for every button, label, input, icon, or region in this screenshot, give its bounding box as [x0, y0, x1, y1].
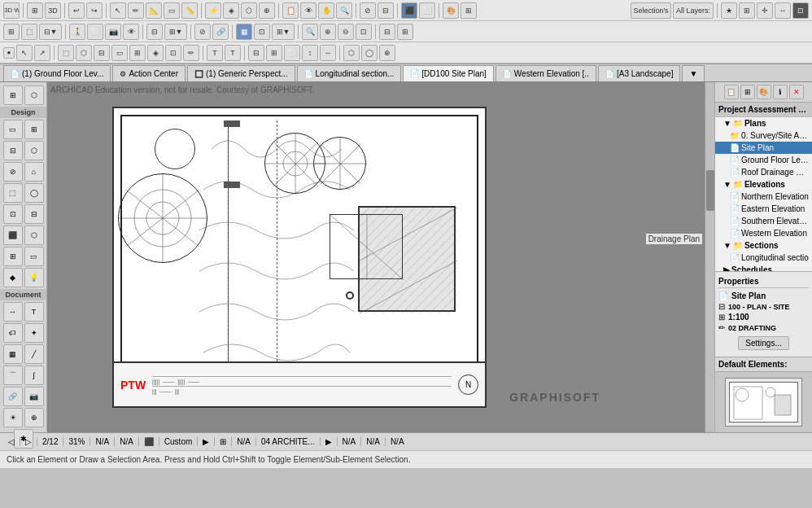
status-nav-right[interactable]: ▷	[20, 437, 37, 446]
tool-window[interactable]: ⬡	[24, 141, 44, 160]
minimap-thumbnail[interactable]	[725, 378, 802, 427]
tb-redo-btn[interactable]: ↪	[86, 2, 103, 19]
tool-lamp[interactable]: 💡	[24, 268, 44, 287]
vertical-scrollbar[interactable]	[705, 82, 714, 432]
tb-more-btn[interactable]: ⊞	[461, 2, 477, 19]
tree-section-elevations[interactable]: ▼ 📁 Elevations	[715, 178, 812, 190]
tb-r3-i[interactable]: ⊟	[248, 45, 264, 61]
tb-r2-walk[interactable]: 🚶	[69, 24, 85, 40]
tb-r2-levels[interactable]: ⊞▼	[164, 24, 187, 40]
tool-arc[interactable]: ⌒	[3, 366, 23, 385]
tb-r3-l[interactable]: ↕	[302, 45, 318, 61]
tool-sun[interactable]: ☀	[3, 408, 23, 427]
status-s6[interactable]: ⊞	[215, 437, 232, 446]
tab-floor-level[interactable]: 📄 (1) Ground Floor Lev...	[3, 65, 111, 81]
tb-layer-btn[interactable]: 📋	[282, 2, 299, 19]
tb-r3-d[interactable]: ⊟	[94, 45, 110, 61]
tb-r3-m[interactable]: ↔	[320, 45, 336, 61]
tb-render-btn[interactable]: ⬛	[401, 2, 417, 19]
tb-r3-text2[interactable]: T	[225, 45, 241, 61]
tool-line[interactable]: ╱	[24, 344, 44, 364]
tb-zoom-btn[interactable]: 🔍	[336, 2, 352, 19]
tool-wall[interactable]: ▭	[3, 120, 23, 139]
canvas-area[interactable]: ARCHICAD Education version, not for resa…	[47, 82, 714, 432]
tab-longitudinal[interactable]: 📄 Longitudinal section...	[297, 65, 402, 81]
tb-group-btn[interactable]: ⬡	[241, 2, 257, 19]
tool-shell[interactable]: ◯	[24, 183, 44, 203]
tb-r3-o[interactable]: ◯	[361, 45, 378, 61]
sidebar-panel-toggle[interactable]: ⬡	[24, 85, 44, 105]
rp-info-btn[interactable]: ℹ	[773, 85, 788, 99]
tb-magic-btn[interactable]: ⚡	[205, 2, 221, 19]
tb-r3-n[interactable]: ⬡	[343, 45, 360, 61]
rp-palette-btn[interactable]: 🎨	[757, 85, 771, 99]
tb-r2-trace[interactable]: ▦	[236, 24, 252, 40]
tb-r2-cam[interactable]: 📷	[105, 24, 121, 40]
tree-section-sections[interactable]: ▼ 📁 Sections	[715, 239, 812, 252]
tb-grid-btn[interactable]: ⊞	[27, 2, 43, 19]
tb-r3-h[interactable]: ⊡	[165, 45, 181, 61]
tb-pencil-btn[interactable]: ✏	[128, 2, 144, 19]
tb-3d-btn[interactable]: 3D	[45, 2, 61, 19]
tb-arrow-btn[interactable]: ↔	[775, 2, 791, 19]
tool-zone[interactable]: ▭	[24, 247, 44, 266]
tree-item-west-elev[interactable]: 📄 Western Elevation	[715, 227, 812, 239]
tb-element-btn[interactable]: ◈	[223, 2, 239, 19]
tb-snap2-btn[interactable]: ✛	[757, 2, 773, 19]
tool-cam[interactable]: 📷	[24, 387, 44, 406]
tb-layers-btn[interactable]: All Layers:	[673, 2, 714, 19]
tb-view-btn[interactable]: 👁	[300, 2, 317, 19]
tab-more[interactable]: ▼	[682, 65, 705, 81]
tab-western-elev[interactable]: 📄 Western Elevation [..	[495, 65, 596, 81]
tb-r2-eye[interactable]: 👁	[123, 24, 139, 40]
tb-r3-f[interactable]: ⊞	[129, 45, 146, 61]
tb-r3-j[interactable]: ⊞	[266, 45, 282, 61]
tool-hotlink[interactable]: 🔗	[3, 387, 23, 406]
tb-r3-cursor2[interactable]: ↗	[34, 45, 50, 61]
tool-object[interactable]: ◆	[3, 268, 23, 287]
tb-3dview-btn[interactable]: ⬜	[419, 2, 435, 19]
tb-star-btn[interactable]: ★	[721, 2, 737, 19]
tool-label[interactable]: 🏷	[3, 323, 23, 343]
tb-undo-btn[interactable]: ↩	[68, 2, 85, 19]
tb-snap-btn[interactable]: ⊕	[259, 2, 275, 19]
tree-item-ground-floor[interactable]: 📄 Ground Floor Level	[715, 154, 812, 166]
tree-item-site-plan[interactable]: 📄 Site Plan	[715, 142, 812, 154]
tb-grid2-btn[interactable]: ⊞	[739, 2, 755, 19]
tb-cursor-btn[interactable]: ↖	[110, 2, 126, 19]
rp-navigator-btn[interactable]: 📋	[724, 85, 739, 99]
tab-action-center[interactable]: ⚙ Action Center	[112, 65, 186, 81]
tb-select-btn[interactable]: ▭	[164, 2, 180, 19]
tb-section-btn[interactable]: ⊘	[360, 2, 376, 19]
tree-item-east-elev[interactable]: 📄 Eastern Elevation	[715, 203, 812, 215]
tool-door[interactable]: ⊘	[3, 162, 23, 182]
settings-button[interactable]: Settings...	[738, 336, 788, 350]
status-layer-info[interactable]: 04 ARCHITE...	[256, 437, 321, 446]
tree-item-long-sect[interactable]: 📄 Longitudinal sectio	[715, 252, 812, 264]
tree-item-north-elev[interactable]: 📄 Northern Elevation	[715, 190, 812, 203]
tool-fill[interactable]: ▦	[3, 344, 23, 364]
tb-r2-section2[interactable]: ⊘	[194, 24, 211, 40]
tb-r2-a[interactable]: ⊞	[3, 24, 20, 40]
tree-item-survey[interactable]: 📁 0. Survey/Site Anal	[715, 129, 812, 142]
tb-r3-k[interactable]: ⬜	[284, 45, 300, 61]
tb-r2-fit[interactable]: ⊡	[356, 24, 372, 40]
tool-mesh[interactable]: ⊞	[3, 247, 23, 266]
tb-r2-trace2[interactable]: ⊡	[254, 24, 270, 40]
rp-close-btn[interactable]: ✕	[789, 85, 804, 99]
tool-railing[interactable]: ⊟	[24, 204, 44, 224]
tree-item-south-elev[interactable]: 📄 Southern Elevation	[715, 215, 812, 227]
tb-r3-a[interactable]: ●	[3, 47, 15, 59]
tb-r2-zoom2[interactable]: 🔍	[302, 24, 318, 40]
tb-r3-e[interactable]: ▭	[111, 45, 128, 61]
tab-a3-landscape[interactable]: 📄 [A3 Landscape]	[598, 65, 681, 81]
tool-roof[interactable]: ⌂	[24, 162, 44, 182]
tb-elev-btn[interactable]: ⊟	[378, 2, 394, 19]
tb-r2-zoomin[interactable]: ⊕	[320, 24, 336, 40]
tb-r2-view2[interactable]: ⬜	[87, 24, 103, 40]
tb-r3-b[interactable]: ⬚	[58, 45, 74, 61]
status-nav-left[interactable]: ◁	[3, 437, 20, 446]
tb-measure-btn[interactable]: 📏	[181, 2, 198, 19]
tree-section-schedules[interactable]: ▶ Schedules	[715, 264, 812, 271]
tb-r3-g[interactable]: ◈	[147, 45, 164, 61]
